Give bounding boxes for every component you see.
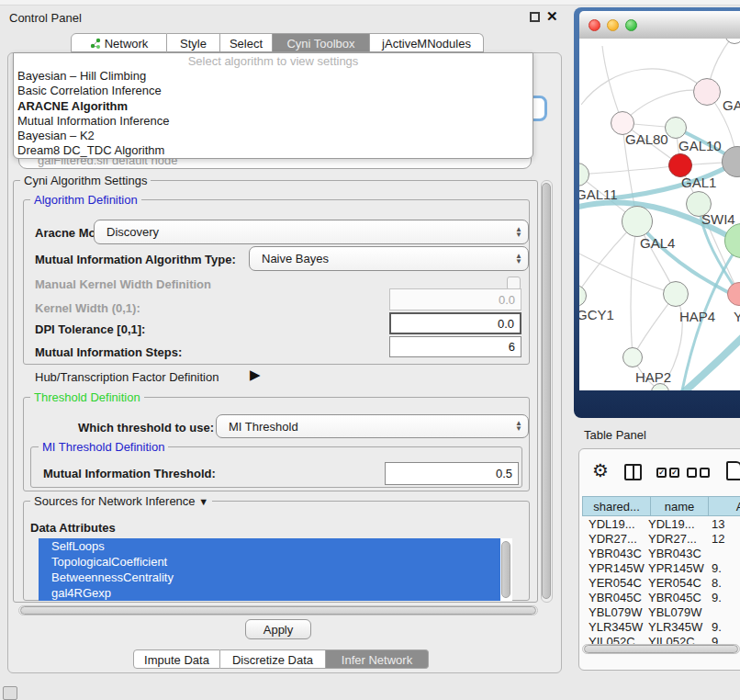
- node-label: SWI4: [701, 211, 735, 227]
- control-panel-title: Control Panel: [9, 11, 82, 25]
- table-rows: YDL19...YDL19...13 YDR27...YDR27...12 YB…: [582, 517, 740, 644]
- node-label: HAP4: [679, 309, 715, 324]
- tab-cyni-toolbox[interactable]: Cyni Toolbox: [273, 33, 370, 52]
- unchecked-checkbox-icon[interactable]: [687, 468, 697, 478]
- list-item-topologicalcoefficient[interactable]: TopologicalCoefficient: [39, 554, 512, 570]
- close-panel-icon[interactable]: ✕: [546, 8, 558, 25]
- mi-type-value: Naive Bayes: [262, 252, 329, 265]
- algorithm-option-aracne[interactable]: ARACNE Algorithm: [14, 99, 533, 114]
- tab-discretize-data[interactable]: Discretize Data: [220, 649, 326, 669]
- table-row[interactable]: YDR27...YDR27...12: [582, 532, 740, 547]
- tab-infer-network[interactable]: Infer Network: [326, 649, 429, 669]
- algorithm-option-mutual-information[interactable]: Mutual Information Inference: [14, 114, 533, 129]
- column-header-partial[interactable]: A: [708, 496, 740, 516]
- tab-cyni-toolbox-label: Cyni Toolbox: [286, 37, 354, 51]
- table-row[interactable]: YBL079WYBL079W: [582, 605, 740, 620]
- hub-definition-expander[interactable]: Hub/Transcription Factor Definition: [35, 370, 219, 384]
- table-row[interactable]: YER054CYER054C8.: [582, 576, 740, 591]
- algorithm-option-bayesian-k2[interactable]: Bayesian – K2: [14, 129, 533, 143]
- kernel-width-field[interactable]: [389, 288, 521, 310]
- node-label: GAL: [723, 97, 740, 113]
- tab-style[interactable]: Style: [167, 33, 220, 52]
- list-item-gal4rgexp[interactable]: gal4RGexp: [39, 585, 512, 601]
- checked-checkbox-icon[interactable]: ✓: [669, 468, 679, 478]
- list-item-selfloops[interactable]: SelfLoops: [39, 538, 512, 554]
- network-window[interactable]: GAL GAL80 GAL10 GAL1 GAL11 SWI4 GAL4 GCY…: [574, 7, 740, 418]
- network-node-hap2[interactable]: [622, 347, 643, 367]
- column-header-name[interactable]: name: [650, 496, 709, 516]
- network-node[interactable]: [693, 78, 721, 106]
- cyni-settings-group-title: Cyni Algorithm Settings: [20, 174, 151, 187]
- algorithm-option-basic-correlation[interactable]: Basic Correlation Inference: [14, 84, 533, 98]
- which-threshold-combo[interactable]: MI Threshold ▲▼: [216, 414, 529, 438]
- settings-vscrollbar-thumb[interactable]: [542, 183, 551, 599]
- table-row[interactable]: YBR045CYBR045C9.: [582, 591, 740, 605]
- aracne-mode-combo[interactable]: Discovery ▲▼: [94, 220, 529, 244]
- expander-arrow-right-icon[interactable]: ▶: [250, 367, 261, 383]
- spinner-icon: ▲▼: [515, 227, 522, 238]
- expander-arrow-down-icon[interactable]: ▼: [198, 496, 208, 507]
- mi-steps-label: Mutual Information Steps:: [35, 345, 182, 359]
- which-threshold-label: Which threshold to use:: [78, 421, 214, 435]
- node-label: GCY1: [579, 307, 614, 322]
- document-icon[interactable]: [726, 461, 740, 480]
- cell: YBL079W: [648, 605, 702, 619]
- tab-impute-data[interactable]: Impute Data: [133, 649, 220, 669]
- mi-type-combo[interactable]: Naive Bayes ▲▼: [249, 246, 529, 271]
- table-row[interactable]: YPR145WYPR145W9.: [582, 561, 740, 576]
- cell: YBR045C: [648, 591, 701, 604]
- gear-icon[interactable]: ⚙: [592, 461, 609, 480]
- cell: 9.: [712, 591, 722, 604]
- tab-select[interactable]: Select: [220, 33, 273, 52]
- table-hscrollbar-thumb[interactable]: [584, 645, 738, 653]
- list-item-betweennesscentrality[interactable]: BetweennessCentrality: [39, 570, 512, 585]
- mi-threshold-field[interactable]: [385, 462, 519, 485]
- mi-steps-field[interactable]: [389, 336, 521, 357]
- cell: YER054C: [589, 576, 642, 590]
- minimize-traffic-light[interactable]: [607, 19, 619, 31]
- tab-network[interactable]: Network: [71, 33, 167, 52]
- checked-checkbox-icon[interactable]: ✓: [656, 468, 667, 478]
- list-vscrollbar-thumb[interactable]: [501, 541, 510, 598]
- cell: YIL052C: [589, 635, 635, 644]
- dpi-tolerance-field[interactable]: [389, 312, 521, 334]
- close-traffic-light[interactable]: [589, 19, 600, 31]
- cell: YBR045C: [589, 591, 642, 604]
- data-attributes-list: SelfLoops TopologicalCoefficient Between…: [39, 538, 512, 601]
- zoom-traffic-light[interactable]: [625, 19, 637, 31]
- kernel-width-label: Kernel Width (0,1):: [35, 301, 140, 315]
- algorithm-option-bayesian-hill-climbing[interactable]: Bayesian – Hill Climbing: [14, 69, 533, 84]
- tab-jactivemnodules[interactable]: jActiveMNodules: [370, 33, 484, 52]
- algorithm-option-dream8[interactable]: Dream8 DC_TDC Algorithm: [14, 143, 533, 158]
- cell: YER054C: [648, 576, 701, 590]
- settings-hscrollbar-thumb[interactable]: [20, 606, 536, 615]
- table-row[interactable]: YBR043CYBR043C: [582, 547, 740, 561]
- column-header-shared[interactable]: shared...: [582, 496, 651, 516]
- network-window-titlebar[interactable]: [579, 11, 740, 40]
- cell: 8.: [712, 576, 722, 590]
- table-row[interactable]: YDL19...YDL19...13: [582, 517, 740, 532]
- network-node-gal4[interactable]: [622, 206, 653, 237]
- network-canvas[interactable]: GAL GAL80 GAL10 GAL1 GAL11 SWI4 GAL4 GCY…: [579, 39, 740, 390]
- aracne-mode-value: Discovery: [107, 225, 159, 239]
- minimized-panel-icon[interactable]: [3, 686, 17, 700]
- node-label: HAP2: [635, 369, 671, 385]
- cell: 9: [712, 635, 718, 644]
- network-icon: [90, 38, 101, 49]
- manual-kernel-label: Manual Kernel Width Definition: [35, 277, 211, 291]
- cell: YBR043C: [648, 547, 701, 560]
- node-label: GAL1: [681, 175, 716, 190]
- float-panel-icon[interactable]: [530, 12, 540, 22]
- network-node-hap4[interactable]: [663, 281, 689, 307]
- column-layout-icon[interactable]: [624, 464, 642, 480]
- algorithm-dropdown-popup: Select algorithm to view settings Bayesi…: [13, 52, 533, 159]
- node-label: GAL80: [625, 131, 668, 147]
- node-label: GAL11: [579, 186, 618, 202]
- table-row[interactable]: YLR345WYLR345W9.: [582, 620, 740, 635]
- unchecked-checkbox-icon[interactable]: [700, 468, 710, 478]
- tab-network-label: Network: [105, 37, 149, 51]
- table-row[interactable]: YIL052CYIL052C9: [582, 635, 740, 644]
- cell: YBR043C: [589, 547, 642, 560]
- apply-button[interactable]: Apply: [245, 619, 311, 639]
- cell: 9.: [712, 620, 722, 634]
